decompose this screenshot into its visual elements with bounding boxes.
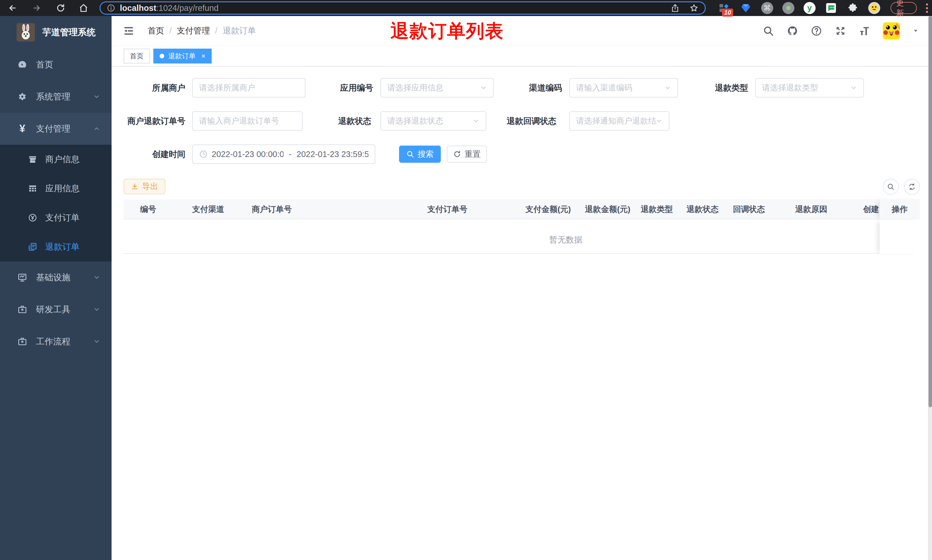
- refund-type-select[interactable]: 请选择退款类型: [755, 78, 864, 97]
- column-header[interactable]: 支付订单号: [428, 199, 468, 219]
- sidebar-item-merchant-info[interactable]: 商户信息: [0, 145, 112, 174]
- chevron-down-icon: [93, 274, 100, 281]
- sidebar-item-system[interactable]: 系统管理: [0, 81, 112, 113]
- column-header[interactable]: 支付金额(元): [526, 199, 571, 219]
- table-body: [124, 220, 920, 254]
- site-info-icon[interactable]: [107, 4, 115, 12]
- export-button[interactable]: 导出: [124, 179, 165, 194]
- avatar-caret-icon[interactable]: [912, 28, 919, 34]
- search-icon[interactable]: [763, 25, 774, 37]
- sidebar-item-dev-tools[interactable]: 研发工具: [0, 294, 112, 326]
- url-text[interactable]: localhost:1024/pay/refund: [120, 3, 218, 13]
- tag-home[interactable]: 首页: [124, 49, 150, 63]
- font-size-icon[interactable]: [859, 25, 870, 37]
- column-header[interactable]: 退款金额(元): [585, 199, 631, 219]
- create-time-range-picker[interactable]: 2022-01-23 00:00:00 - 2022-01-23 23:59:5…: [192, 145, 375, 164]
- breadcrumb-home[interactable]: 首页: [148, 25, 164, 37]
- extension-dot-icon[interactable]: [782, 2, 794, 14]
- sidebar-item-label: 系统管理: [36, 91, 71, 103]
- sidebar-item-pay-order[interactable]: 支付订单: [0, 203, 112, 232]
- scrollbar-thumb[interactable]: [929, 16, 932, 407]
- sidebar-item-label: 首页: [36, 59, 53, 71]
- extension-tampermonkey-icon[interactable]: 10: [718, 2, 731, 14]
- app-select[interactable]: 请选择应用信息: [380, 78, 494, 97]
- merchant-input[interactable]: [192, 78, 306, 97]
- browser-forward-icon[interactable]: [30, 2, 43, 14]
- column-header[interactable]: 创建时间: [863, 199, 879, 219]
- chevron-down-icon: [664, 85, 671, 91]
- url-path: :1024/pay/refund: [156, 3, 218, 12]
- chevron-down-icon: [93, 93, 100, 100]
- refund-status-select[interactable]: 请选择退款状态: [380, 111, 486, 131]
- empty-state-text: 暂无数据: [526, 234, 606, 246]
- sidebar-item-label: 基础设施: [36, 272, 71, 283]
- reset-button[interactable]: 重置: [447, 146, 487, 163]
- sidebar-item-label: 研发工具: [36, 304, 71, 315]
- help-icon[interactable]: [811, 25, 822, 37]
- bookmark-star-icon[interactable]: [689, 3, 698, 12]
- browser-home-icon[interactable]: [77, 2, 90, 14]
- extensions-puzzle-icon[interactable]: [846, 2, 859, 14]
- column-header[interactable]: 退款原因: [795, 199, 827, 219]
- main-area: 首页 / 支付管理 / 退款订单 退款订单列表: [112, 16, 932, 560]
- merchant-refund-no-input[interactable]: [192, 111, 303, 131]
- breadcrumb-section[interactable]: 支付管理: [177, 25, 210, 37]
- merchant-input-field[interactable]: [199, 83, 298, 92]
- column-header[interactable]: 回调状态: [733, 199, 765, 219]
- active-dot: [160, 54, 164, 58]
- sidebar-item-workflow[interactable]: 工作流程: [0, 326, 112, 357]
- channel-select-placeholder: 请输入渠道编码: [576, 82, 664, 93]
- column-header[interactable]: 编号: [140, 199, 156, 219]
- filter-label-app: 应用编号: [300, 78, 373, 97]
- search-button[interactable]: 搜索: [399, 146, 441, 163]
- sidebar-logo-row[interactable]: 芋道管理系统: [0, 16, 112, 49]
- sidebar-item-label: 支付管理: [36, 123, 71, 135]
- github-icon[interactable]: [787, 25, 798, 37]
- start-date-value[interactable]: 2022-01-23 00:00:00: [212, 149, 283, 159]
- channel-select[interactable]: 请输入渠道编码: [569, 78, 678, 97]
- sidebar-item-refund-order[interactable]: 退款订单: [0, 232, 112, 262]
- address-bar[interactable]: localhost:1024/pay/refund: [100, 2, 706, 15]
- show-search-toggle-button[interactable]: [883, 179, 899, 195]
- extension-y-icon[interactable]: y: [804, 2, 815, 14]
- breadcrumb-current: 退款订单: [223, 25, 256, 37]
- merchant-refund-no-field[interactable]: [199, 116, 296, 126]
- tag-refund-order[interactable]: 退款订单 ×: [153, 49, 212, 63]
- browser-update-button[interactable]: 更新: [890, 2, 917, 14]
- extension-gem-icon[interactable]: [740, 2, 752, 14]
- tag-label: 退款订单: [168, 51, 196, 61]
- share-icon[interactable]: [671, 3, 680, 12]
- monitor-chart-icon: [17, 272, 28, 282]
- column-header[interactable]: 退款类型: [641, 199, 673, 219]
- sidebar-item-app-info[interactable]: 应用信息: [0, 174, 112, 203]
- user-avatar[interactable]: [883, 22, 900, 40]
- filter-label-create-time: 创建时间: [112, 145, 185, 164]
- date-range-separator: -: [288, 149, 293, 159]
- column-header[interactable]: 退款状态: [687, 199, 718, 219]
- refresh-table-button[interactable]: [904, 179, 920, 195]
- browser-extensions: 10 ⌘ y: [718, 2, 880, 14]
- browser-reload-icon[interactable]: [54, 2, 67, 14]
- sidebar-collapse-icon[interactable]: [123, 25, 134, 37]
- extension-chat-icon[interactable]: [825, 2, 837, 14]
- column-header[interactable]: 支付渠道: [192, 199, 224, 219]
- sidebar-item-infra[interactable]: 基础设施: [0, 262, 112, 294]
- fixed-actions-column: [880, 220, 920, 254]
- notify-status-select[interactable]: 请选择通知商户退款结果的: [569, 111, 669, 131]
- fullscreen-icon[interactable]: [835, 25, 846, 37]
- page-scrollbar[interactable]: [928, 16, 932, 560]
- browser-back-icon[interactable]: [6, 2, 19, 14]
- profile-avatar-icon[interactable]: [868, 2, 880, 14]
- column-header[interactable]: 商户订单号: [252, 199, 292, 219]
- filter-label-refund-type: 退款类型: [674, 78, 748, 97]
- sidebar-item-payment[interactable]: ¥ 支付管理: [0, 113, 112, 145]
- browser-menu-icon[interactable]: [922, 3, 932, 13]
- sidebar-item-label: 应用信息: [45, 183, 80, 194]
- close-icon[interactable]: ×: [201, 52, 205, 60]
- sidebar-item-home[interactable]: 首页: [0, 49, 112, 81]
- end-date-value[interactable]: 2022-01-23 23:59:59: [297, 149, 368, 159]
- extension-command-icon[interactable]: ⌘: [761, 2, 773, 14]
- column-header-actions[interactable]: 操作: [880, 199, 920, 219]
- filter-label-refund-status: 退款状态: [297, 111, 371, 131]
- browser-toolbar: localhost:1024/pay/refund 10 ⌘ y: [0, 0, 932, 16]
